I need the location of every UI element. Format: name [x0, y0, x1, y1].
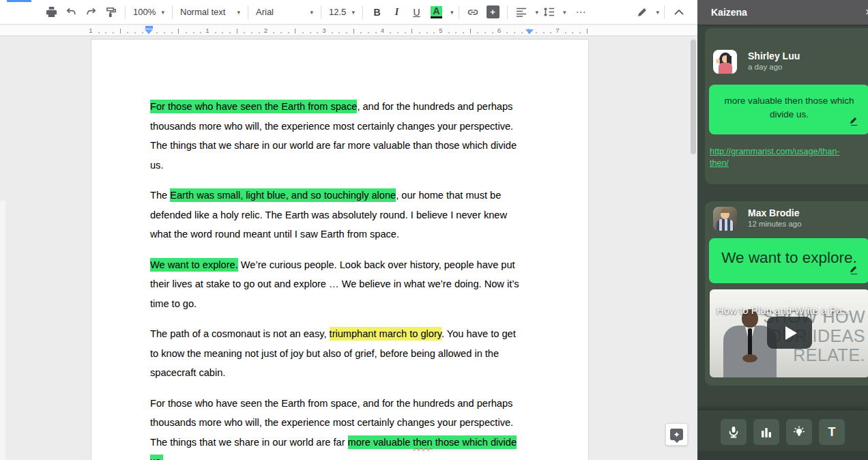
doc-text-run[interactable]: defended like a holy relic. The Earth wa… — [150, 210, 507, 220]
doc-line[interactable]: what the word round meant until I saw Ea… — [150, 225, 539, 244]
doc-line[interactable]: thousands more who will, the experience … — [150, 117, 539, 136]
doc-line[interactable]: spacecraft cabin. — [150, 363, 539, 383]
lessons-lightbulb-button[interactable] — [786, 419, 812, 445]
doc-text-run[interactable]: spacecraft cabin. — [150, 367, 225, 378]
highlighted-text[interactable]: then — [413, 435, 432, 449]
doc-text-run[interactable]: The things that we share in our world ar… — [150, 140, 517, 151]
doc-paragraph[interactable]: The path of a cosmonaut is not an easy, … — [150, 324, 539, 383]
chevron-down-icon[interactable]: ▾ — [450, 9, 454, 16]
doc-line[interactable]: We want to explore. We’re curious people… — [150, 255, 539, 275]
doc-line[interactable]: The Earth was small, light blue, and so … — [150, 186, 539, 205]
doc-line[interactable]: their lives at stake to go out and explo… — [150, 274, 539, 294]
doc-text-run[interactable]: , our home that must be — [396, 190, 501, 201]
doc-text-run[interactable]: The — [150, 190, 170, 201]
chevron-down-icon[interactable]: ▾ — [536, 9, 539, 16]
video-thumbnail[interactable]: SHOW HOW YOUR IDEAS RELATE. How to Plan … — [710, 289, 868, 377]
paragraph-style-select[interactable]: Normal text▾ — [177, 3, 243, 21]
highlighted-text[interactable]: more valuable — [348, 435, 414, 449]
highlighted-text[interactable]: Earth was small, light blue, and so touc… — [170, 188, 396, 202]
doc-text-run[interactable]: , and for the hundreds and perhaps — [357, 101, 512, 112]
highlighted-text[interactable]: us. — [150, 455, 163, 460]
doc-text-run[interactable]: to know the meaning not just of joy but … — [150, 348, 499, 359]
doc-text-run[interactable]: thousands more who will, the experience … — [150, 417, 513, 428]
doc-line[interactable]: to know the meaning not just of joy but … — [150, 344, 539, 364]
doc-text-run[interactable]: thousands more who will, the experience … — [150, 121, 513, 132]
edit-pencil-icon[interactable] — [850, 116, 858, 130]
highlighted-quote[interactable]: more valuable then those which divide us… — [709, 85, 868, 134]
font-select[interactable]: Arial▾ — [253, 3, 316, 21]
doc-paragraph[interactable]: For those who have seen the Earth from s… — [150, 97, 539, 175]
doc-text-run[interactable]: us. — [150, 160, 163, 171]
editing-mode-button[interactable] — [633, 3, 651, 21]
comment-author: Shirley Luu a day ago — [713, 50, 800, 74]
chevron-down-icon[interactable]: ▾ — [563, 9, 566, 16]
underline-button[interactable]: U — [407, 3, 426, 21]
doc-line[interactable]: The things that we share in our world ar… — [150, 433, 539, 452]
doc-text-run[interactable]: For those who have seen the Earth from s… — [150, 398, 512, 409]
skills-chart-button[interactable] — [753, 419, 779, 445]
more-options-button[interactable]: ⋯ — [568, 3, 595, 21]
document-page[interactable]: For those who have seen the Earth from s… — [91, 39, 589, 460]
edit-pencil-icon[interactable] — [850, 261, 858, 278]
doc-paragraph[interactable]: For those who have seen the Earth from s… — [150, 394, 539, 460]
comment-timestamp: 12 minutes ago — [748, 219, 802, 229]
doc-paragraph[interactable]: We want to explore. We’re curious people… — [150, 255, 539, 314]
comment-link[interactable]: http://grammarist.com/usage/than- then/ — [710, 146, 839, 169]
undo-button[interactable] — [62, 3, 81, 21]
text-comment-button[interactable]: T — [819, 419, 845, 445]
text-color-button[interactable]: A — [427, 3, 446, 21]
highlighted-text[interactable]: For those who have seen the Earth from s… — [150, 100, 357, 113]
voice-comment-button[interactable] — [721, 419, 747, 445]
highlighted-quote[interactable]: We want to explore. — [709, 238, 868, 283]
doc-text-run[interactable]: what the word round meant until I saw Ea… — [150, 229, 399, 240]
redo-button[interactable] — [82, 3, 100, 21]
left-edge-strip — [0, 201, 5, 460]
chevron-down-icon[interactable]: ▾ — [656, 9, 659, 16]
document-text[interactable]: For those who have seen the Earth from s… — [150, 97, 539, 460]
doc-line[interactable]: defended like a holy relic. The Earth wa… — [150, 205, 539, 225]
doc-text-run[interactable]: time to go. — [150, 298, 197, 309]
explore-button[interactable]: ✦ — [665, 423, 688, 446]
italic-label: I — [395, 7, 399, 18]
ruler[interactable]: 11234567 — [0, 25, 697, 36]
line-spacing-button[interactable] — [540, 3, 558, 21]
toolbar-separator — [321, 5, 321, 19]
doc-line[interactable]: us. — [150, 156, 539, 175]
zoom-select[interactable]: 100%▾ — [130, 3, 167, 21]
document-scrollbar-thumb[interactable] — [691, 40, 696, 154]
doc-line[interactable]: The path of a cosmonaut is not an easy, … — [150, 324, 539, 344]
highlighted-text[interactable]: those which divide — [433, 435, 517, 449]
doc-line[interactable]: thousands more who will, the experience … — [150, 413, 539, 433]
doc-line[interactable]: time to go. — [150, 294, 539, 314]
left-indent-marker[interactable] — [145, 29, 153, 34]
right-indent-marker[interactable] — [525, 29, 534, 34]
doc-text-run[interactable]: We’re curious people. Look back over his… — [238, 259, 515, 270]
toolbar-separator — [362, 5, 363, 19]
doc-text-run[interactable]: The path of a cosmonaut is not an easy, — [150, 328, 330, 339]
zoom-value: 100% — [133, 7, 156, 17]
collapse-toolbar-button[interactable] — [669, 3, 688, 21]
paint-format-button[interactable] — [102, 3, 120, 21]
insert-link-button[interactable] — [464, 3, 482, 21]
doc-line[interactable]: us. — [150, 452, 539, 460]
doc-line[interactable]: The things that we share in our world ar… — [150, 136, 539, 156]
align-button[interactable] — [512, 3, 531, 21]
highlighted-text[interactable]: triumphant march to glory — [330, 327, 442, 341]
doc-text-run[interactable]: their lives at stake to go out and explo… — [150, 278, 519, 289]
play-button[interactable] — [767, 317, 812, 349]
first-line-indent-marker[interactable] — [145, 26, 153, 29]
print-button[interactable] — [42, 3, 61, 21]
highlighted-text[interactable]: We want to explore. — [150, 258, 238, 272]
doc-paragraph[interactable]: The Earth was small, light blue, and so … — [150, 186, 539, 244]
font-size-select[interactable]: 12.5▾ — [326, 3, 358, 21]
doc-line[interactable]: For those who have seen the Earth from s… — [150, 97, 539, 117]
doc-text-run[interactable]: . You have to get — [442, 328, 516, 339]
comment-author: Max Brodie 12 minutes ago — [713, 207, 802, 231]
doc-text-run[interactable]: The things that we share in our world ar… — [150, 437, 348, 448]
doc-line[interactable]: For those who have seen the Earth from s… — [150, 394, 539, 414]
close-icon[interactable]: × — [865, 5, 868, 19]
insert-comment-button[interactable]: + — [484, 3, 502, 21]
bold-button[interactable]: B — [368, 3, 386, 21]
toolbar-separator — [125, 5, 126, 19]
italic-button[interactable]: I — [388, 3, 406, 21]
